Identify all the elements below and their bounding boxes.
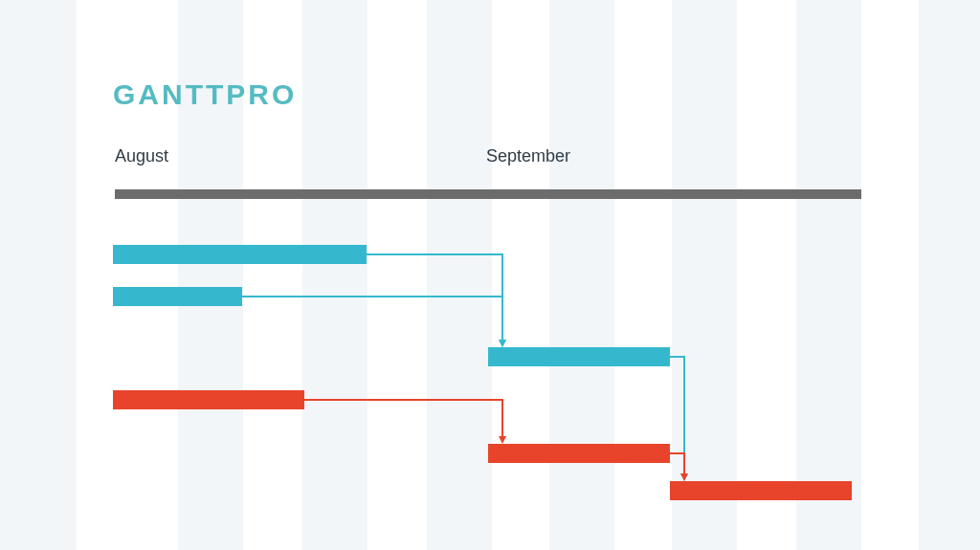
column-stripe xyxy=(427,0,492,550)
project-timeline-bar xyxy=(115,189,861,199)
gantt-task-bar[interactable] xyxy=(488,444,670,463)
column-stripe xyxy=(549,0,614,550)
gantt-task-bar[interactable] xyxy=(113,390,304,409)
gantt-chart-canvas: GANTTPRO AugustSeptember xyxy=(0,0,980,550)
month-label: September xyxy=(486,146,570,166)
gantt-task-bar[interactable] xyxy=(488,347,670,366)
gantt-task-bar[interactable] xyxy=(113,287,242,306)
gantt-task-bar[interactable] xyxy=(670,481,852,500)
column-stripe xyxy=(919,0,980,550)
column-stripe xyxy=(672,0,737,550)
column-stripe xyxy=(0,0,77,550)
month-label: August xyxy=(115,146,168,166)
column-stripe xyxy=(302,0,368,550)
brand-logo: GANTTPRO xyxy=(113,78,297,111)
column-stripe xyxy=(796,0,861,550)
gantt-task-bar[interactable] xyxy=(113,245,367,264)
